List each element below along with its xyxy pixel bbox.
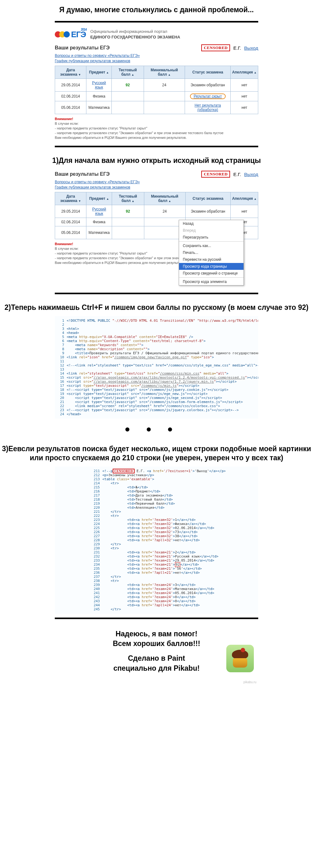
ctx-saveas[interactable]: Сохранить как... xyxy=(179,242,244,249)
portal-subtitle: Официальный информационный портал ЕДИНОГ… xyxy=(90,29,180,40)
results-heading: Ваши результаты ЕГЭ xyxy=(55,45,110,51)
ctx-forward: Вперед xyxy=(179,227,244,234)
watermark: pikabu.ru xyxy=(244,680,256,684)
qa-link[interactable]: Вопросы и ответы по сервису «Результаты … xyxy=(55,54,258,58)
step1-title: 1)Для начала вам нужно открыть исходный … xyxy=(0,151,313,169)
logo-text: ЕГЭ2014 xyxy=(71,30,86,39)
portal-header: ЕГЭ2014 Официальный информационный порта… xyxy=(55,26,258,42)
ctx-inspect[interactable]: Просмотр кода элемента xyxy=(179,278,244,285)
censored-badge: CENSORED xyxy=(201,44,230,51)
user-initials: Е.Г. xyxy=(233,45,241,51)
source-code-1: 1<!DOCTYPE HTML PUBLIC "-//W3C//DTD HTML… xyxy=(55,316,258,419)
schedule-link[interactable]: График публикации результатов экзаменов xyxy=(55,59,258,63)
ellipsis-dots: ●●● xyxy=(55,419,258,439)
qa-link[interactable]: Вопросы и ответы по сервису «Результаты … xyxy=(55,180,258,184)
ctx-pageinfo[interactable]: Просмотр сведений о странице xyxy=(179,270,244,277)
censored-badge: CENSORED xyxy=(201,171,230,178)
ctx-reload[interactable]: Перезагрузить xyxy=(179,234,244,241)
logo-dot-blue xyxy=(63,31,70,37)
table-row: 29.05.2014Русский язык9224Экзамен обрабо… xyxy=(55,205,258,218)
source-code-2: 211<!--рCENSORED Е.Г. <a href='/?exituse… xyxy=(55,467,258,614)
divider xyxy=(55,293,258,294)
logo-year: 2014 xyxy=(81,28,86,31)
results-tbody-1: 29.05.2014Русский язык9224Экзамен обрабо… xyxy=(55,79,258,114)
ctx-back[interactable]: Назад xyxy=(179,220,244,227)
schedule-link[interactable]: График публикации результатов экзаменов xyxy=(55,185,258,189)
cupcake-icon xyxy=(226,645,254,672)
main-title: Я думаю, многие столькнулись с данной пр… xyxy=(0,0,313,17)
divider xyxy=(55,618,258,619)
logout-link[interactable]: Выход xyxy=(244,172,258,177)
footer: Надеюсь, я вам помог! Всем хороших балло… xyxy=(55,623,258,685)
portal-line1: Официальный информационный портал xyxy=(90,29,180,34)
results-heading: Ваши результаты ЕГЭ xyxy=(55,172,110,177)
warning-block: Внимание! В случае если: - напротив пред… xyxy=(55,114,258,142)
portal-line2: ЕДИНОГО ГОСУДАРСТВЕННОГО ЭКЗАМЕНА xyxy=(90,34,180,40)
divider xyxy=(55,146,258,147)
results-table: Дата экзамена Предмет Тестовый балл Мини… xyxy=(55,66,258,114)
ctx-viewsource[interactable]: Просмотр кода страницы xyxy=(179,263,244,270)
table-row: 29.05.2014Русский язык9224Экзамен обрабо… xyxy=(55,79,258,92)
step2-title: 2)Теперь нажимаешь Ctrl+F и пишем свои б… xyxy=(0,298,313,316)
userbar: CENSORED Е.Г. Выход xyxy=(201,44,258,51)
divider xyxy=(55,21,258,23)
ctx-print[interactable]: Печать... xyxy=(179,249,244,256)
context-menu[interactable]: Назад Вперед Перезагрузить Сохранить как… xyxy=(179,220,244,285)
ege-logo: ЕГЭ2014 xyxy=(55,30,86,39)
table-row: 05.06.2014МатематикаНет результата (обра… xyxy=(55,101,258,114)
logout-link[interactable]: Выход xyxy=(244,45,258,51)
ctx-translate[interactable]: Перевести на русский xyxy=(179,256,244,263)
table-header-row: Дата экзамена Предмет Тестовый балл Мини… xyxy=(55,66,258,79)
table-row: 02.06.2014ФизикаРезультат скрытнет xyxy=(55,92,258,101)
step3-title: 3)Еевсли результатов поиска будет нескол… xyxy=(0,439,313,467)
